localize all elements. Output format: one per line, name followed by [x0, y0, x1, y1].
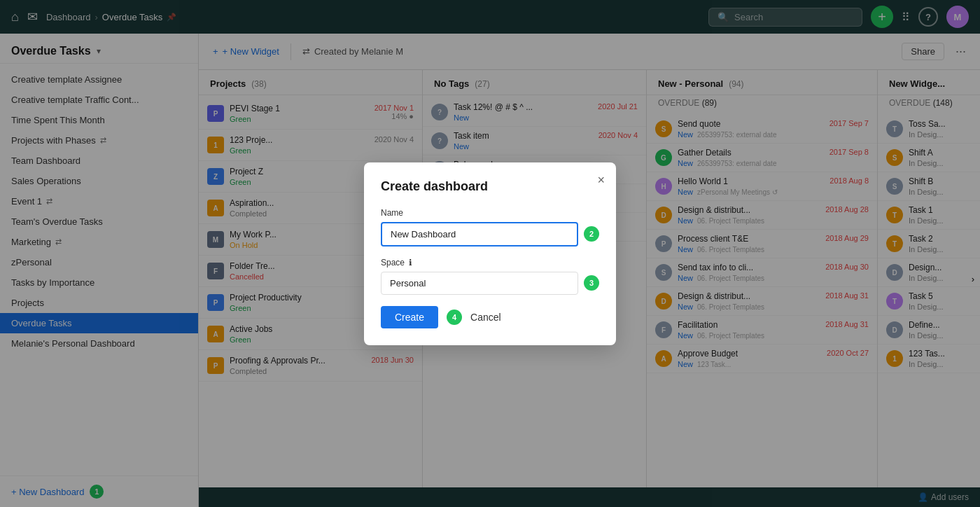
space-label-text: Space [381, 258, 405, 268]
space-value: Personal [390, 278, 426, 289]
space-info-icon: ℹ [409, 258, 412, 268]
modal-name-field: Name 2 [381, 208, 599, 246]
modal-name-label: Name [381, 208, 599, 218]
name-input-row: 2 [381, 222, 599, 246]
create-dashboard-modal: Create dashboard × Name 2 Space ℹ Person… [364, 162, 616, 345]
name-label-text: Name [381, 208, 403, 218]
modal-title: Create dashboard [381, 179, 599, 194]
modal-close-button[interactable]: × [597, 174, 605, 186]
modal-space-label: Space ℹ [381, 258, 599, 268]
step-2-circle: 2 [584, 226, 599, 242]
modal-overlay[interactable]: Create dashboard × Name 2 Space ℹ Person… [0, 0, 980, 507]
cancel-button[interactable]: Cancel [470, 312, 501, 323]
step-4-circle: 4 [447, 310, 462, 325]
modal-actions: Create 4 Cancel [381, 306, 599, 328]
space-selector[interactable]: Personal [381, 272, 578, 295]
modal-space-field: Space ℹ Personal 3 [381, 258, 599, 295]
space-input-row: Personal 3 [381, 272, 599, 295]
step-3-circle: 3 [584, 275, 599, 291]
dashboard-name-input[interactable] [381, 222, 578, 246]
create-button[interactable]: Create [381, 306, 438, 328]
